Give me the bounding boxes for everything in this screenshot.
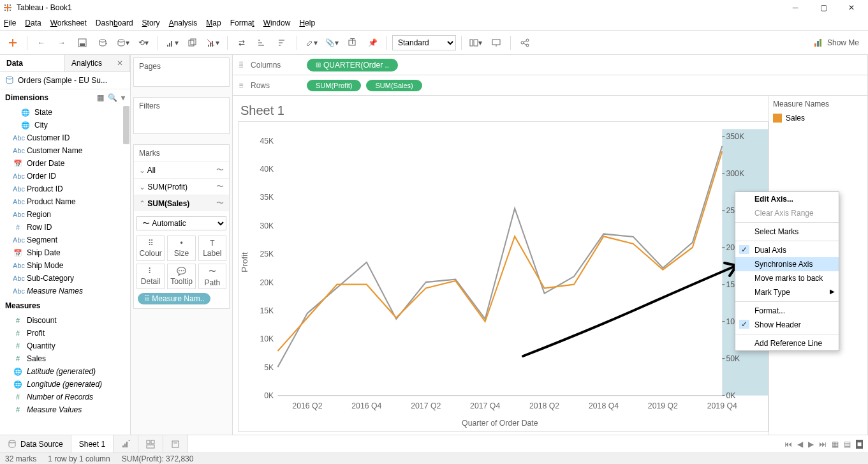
refresh-button[interactable]: ⟲▾ — [135, 34, 152, 52]
dimension-region[interactable]: AbcRegion — [0, 208, 130, 221]
tab-data[interactable]: Data — [0, 55, 65, 71]
dimension-ship-mode[interactable]: AbcShip Mode — [0, 259, 130, 272]
swap-button[interactable]: ⇄ — [233, 34, 251, 52]
search-icon[interactable]: 🔍 — [108, 93, 117, 102]
measure-number-of-records[interactable]: #Number of Records — [0, 391, 130, 403]
sort-asc-button[interactable] — [253, 34, 271, 52]
new-worksheet-tab[interactable]: + — [114, 435, 138, 453]
measure-quantity[interactable]: #Quantity — [0, 340, 130, 352]
dimension-customer-name[interactable]: AbcCustomer Name — [0, 144, 130, 157]
tableau-icon[interactable] — [4, 34, 22, 52]
view-filmstrip-icon[interactable]: ▤ — [844, 440, 851, 449]
ctx-edit-axis-[interactable]: Edit Axis... — [735, 192, 839, 206]
clear-button[interactable]: ▾ — [204, 34, 222, 52]
marks-path[interactable]: 〜Path — [198, 264, 226, 289]
measure-names-pill[interactable]: ⠿ Measure Nam.. — [138, 293, 210, 304]
measure-longitude-(generated)[interactable]: 🌐Longitude (generated) — [0, 378, 130, 391]
ctx-move-marks-to-back[interactable]: Move marks to back — [735, 271, 839, 285]
dimension-city[interactable]: 🌐City — [0, 119, 130, 131]
ctx-format-[interactable]: Format... — [735, 304, 839, 318]
sort-desc-button[interactable] — [274, 34, 291, 52]
marks-colour[interactable]: ⠿Colour — [136, 236, 165, 261]
menu-worksheet[interactable]: Worksheet — [50, 19, 87, 27]
dimension-product-name[interactable]: AbcProduct Name — [0, 195, 130, 208]
dimension-row-id[interactable]: #Row ID — [0, 221, 130, 234]
marks-profit[interactable]: ⌄ SUM(Profit)〜 — [134, 178, 229, 195]
ctx-synchronise-axis[interactable]: Synchronise Axis — [735, 257, 839, 271]
ctx-mark-type[interactable]: Mark Type▶ — [735, 285, 839, 299]
dimension-sub-category[interactable]: AbcSub-Category — [0, 272, 130, 285]
menu-format[interactable]: Format — [230, 19, 254, 27]
menu-story[interactable]: Story — [142, 19, 160, 27]
nav-first[interactable]: ⏮ — [784, 440, 792, 449]
undo-button[interactable]: ← — [33, 34, 50, 52]
view-icon[interactable]: ▦ — [97, 93, 104, 102]
menu-dashboard[interactable]: Dashboard — [96, 19, 133, 27]
menu-window[interactable]: Window — [263, 19, 291, 27]
maximize-button[interactable]: ▢ — [809, 1, 837, 15]
measure-profit[interactable]: #Profit — [0, 327, 130, 340]
dimension-order-date[interactable]: 📅Order Date — [0, 157, 130, 170]
columns-shelf[interactable]: ⦙⦙⦙ Columns ⊞QUARTER(Order .. — [233, 55, 867, 75]
legend-item-sales[interactable]: Sales — [773, 112, 864, 124]
ctx-add-reference-line[interactable]: Add Reference Line — [735, 336, 839, 350]
menu-help[interactable]: Help — [299, 19, 315, 27]
marks-tooltip[interactable]: 💬Tooltip — [167, 264, 195, 289]
menu-data[interactable]: Data — [25, 19, 41, 27]
measure-sales[interactable]: #Sales — [0, 352, 130, 365]
nav-next[interactable]: ▶ — [808, 440, 814, 449]
pause-auto-button[interactable]: ▾ — [114, 34, 132, 52]
save-button[interactable] — [73, 34, 91, 52]
marks-size[interactable]: •Size — [167, 236, 195, 261]
marks-label[interactable]: TLabel — [198, 236, 226, 261]
view-grid-icon[interactable]: ■ — [856, 440, 863, 449]
measure-latitude-(generated)[interactable]: 🌐Latitude (generated) — [0, 365, 130, 378]
new-story-tab[interactable] — [163, 435, 188, 453]
rows-pill-0[interactable]: SUM(Profit) — [307, 80, 361, 91]
nav-prev[interactable]: ◀ — [797, 440, 803, 449]
data-source-tab[interactable]: Data Source — [0, 435, 71, 453]
redo-button[interactable]: → — [53, 34, 71, 52]
pin-button[interactable]: 📌 — [364, 34, 381, 52]
menu-file[interactable]: File — [4, 19, 16, 27]
presentation-button[interactable] — [487, 34, 505, 52]
columns-pill-0[interactable]: ⊞QUARTER(Order .. — [307, 59, 398, 71]
menu-analysis[interactable]: Analysis — [169, 19, 198, 27]
menu-icon[interactable]: ▾ — [121, 93, 125, 102]
ctx-show-header[interactable]: ✓Show Header — [735, 318, 839, 332]
chart[interactable]: 0K5K10K15K20K25K30K35K40K45K0K50K100K150… — [238, 121, 769, 432]
measure-measure-values[interactable]: #Measure Values — [0, 403, 130, 416]
dimension-state[interactable]: 🌐State — [0, 106, 130, 119]
group-button[interactable]: 📎▾ — [323, 34, 341, 52]
nav-last[interactable]: ⏭ — [819, 440, 827, 449]
rows-pill-1[interactable]: SUM(Sales) — [366, 80, 422, 91]
sheet-title[interactable]: Sheet 1 — [238, 101, 769, 122]
share-button[interactable] — [516, 34, 534, 52]
new-dashboard-tab[interactable] — [138, 435, 163, 453]
dimension-order-id[interactable]: AbcOrder ID — [0, 170, 130, 183]
tab-analytics[interactable]: Analytics✕ — [65, 55, 130, 71]
dimension-measure-names[interactable]: AbcMeasure Names — [0, 285, 130, 297]
rows-shelf[interactable]: ≡ Rows SUM(Profit) SUM(Sales) — [233, 75, 867, 96]
cards-button[interactable]: ▾ — [467, 34, 485, 52]
labels-button[interactable]: T — [343, 34, 361, 52]
marks-type-select[interactable]: 〜 Automatic — [136, 216, 226, 230]
dimension-product-id[interactable]: AbcProduct ID — [0, 183, 130, 195]
ctx-dual-axis[interactable]: ✓Dual Axis — [735, 243, 839, 257]
fit-select[interactable]: Standard — [392, 35, 456, 50]
close-button[interactable]: ✕ — [837, 1, 865, 15]
dimension-customer-id[interactable]: AbcCustomer ID — [0, 131, 130, 144]
measure-discount[interactable]: #Discount — [0, 314, 130, 327]
menu-map[interactable]: Map — [206, 19, 221, 27]
dimension-ship-date[interactable]: 📅Ship Date — [0, 246, 130, 259]
show-me-button[interactable]: Show Me — [808, 38, 864, 48]
duplicate-button[interactable] — [184, 34, 202, 52]
new-worksheet-button[interactable]: ▾ — [163, 34, 181, 52]
datasource-item[interactable]: Orders (Sample - EU Su... — [0, 72, 130, 89]
ctx-select-marks[interactable]: Select Marks — [735, 225, 839, 239]
marks-detail[interactable]: ⠇Detail — [136, 264, 165, 289]
sheet1-tab[interactable]: Sheet 1 — [71, 435, 114, 453]
new-datasource-button[interactable]: + — [94, 34, 112, 52]
view-tabs-icon[interactable]: ▦ — [832, 440, 839, 449]
minimize-button[interactable]: ─ — [781, 1, 809, 15]
